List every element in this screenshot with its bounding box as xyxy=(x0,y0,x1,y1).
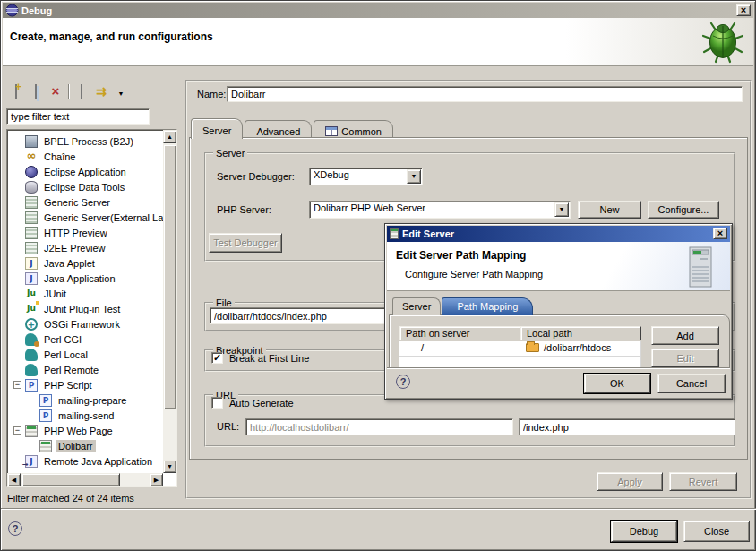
dialog-tab-label: Server xyxy=(402,301,431,312)
new-config-button[interactable]: + xyxy=(6,82,26,100)
filter-status-text: Filter matched 24 of 24 items xyxy=(7,493,134,504)
main-tab[interactable]: Server xyxy=(191,118,243,139)
tree-item[interactable]: JUnit Plug-in Test xyxy=(9,301,161,316)
tree-item-label: PHP Web Page xyxy=(41,425,116,437)
tree-item[interactable]: Java Application xyxy=(9,271,161,286)
vertical-scroll-thumb[interactable] xyxy=(163,144,176,409)
break-first-line-checkbox[interactable] xyxy=(211,352,223,364)
tree-item[interactable]: − PHP Web Page xyxy=(9,423,161,438)
edit-server-dialog: Edit Server × Edit Server Path Mapping C… xyxy=(384,223,733,400)
window-close-button[interactable]: × xyxy=(736,4,751,16)
close-button[interactable]: Close xyxy=(683,521,750,542)
tree-item[interactable]: Generic Server xyxy=(9,194,161,210)
tree-item-icon xyxy=(25,166,38,178)
tree-item-icon xyxy=(25,318,38,331)
dialog-help-icon[interactable]: ? xyxy=(396,375,410,389)
tree-item[interactable]: mailing-send xyxy=(9,408,161,423)
tree-item-icon xyxy=(25,181,38,194)
debug-button[interactable]: Debug xyxy=(611,521,677,542)
php-server-value: Dolibarr PHP Web Server xyxy=(309,201,571,219)
tree-horizontal-scrollbar[interactable]: ◀ ▶ xyxy=(7,473,163,486)
main-tab[interactable]: Common xyxy=(314,120,393,139)
local-path-text: /dolibarr/htdocs xyxy=(544,342,611,353)
tree-item-label: Java Applet xyxy=(41,257,98,270)
debug-configurations-window: Debug × Create, manage, and run configur… xyxy=(0,0,756,551)
tree-item[interactable]: OSGi Framework xyxy=(9,316,161,331)
tree-item-label: Perl CGI xyxy=(41,333,84,346)
tree-expander[interactable]: − xyxy=(13,381,21,389)
tree-item-icon xyxy=(25,257,38,270)
server-icon xyxy=(390,228,399,239)
duplicate-button[interactable] xyxy=(26,82,46,100)
tree-item[interactable]: JUnit xyxy=(9,286,161,301)
php-server-dropdown-button[interactable]: ▼ xyxy=(554,202,569,217)
url-path-input[interactable] xyxy=(519,418,735,435)
tree-item[interactable]: Dolibarr xyxy=(9,438,161,453)
dialog-title-bar[interactable]: Edit Server × xyxy=(387,226,730,242)
php-server-combo[interactable]: Dolibarr PHP Web Server ▼ xyxy=(309,201,571,219)
add-mapping-button[interactable]: Add xyxy=(651,326,719,345)
tree-item[interactable]: Perl Remote xyxy=(9,362,161,377)
column-header-local-path[interactable]: Local path xyxy=(520,326,641,340)
tree-item-label: BPEL Process (B2J) xyxy=(41,135,136,148)
tree-item-icon xyxy=(25,288,38,300)
revert-button[interactable]: Revert xyxy=(669,472,737,491)
filter-button[interactable]: ⇉ xyxy=(91,82,111,100)
cancel-button[interactable]: Cancel xyxy=(657,374,726,393)
tree-item[interactable]: BPEL Process (B2J) xyxy=(9,133,161,149)
mapping-table-row[interactable]: / /dolibarr/htdocs xyxy=(399,341,641,357)
tree-item-label: Eclipse Application xyxy=(41,166,129,178)
folder-icon xyxy=(526,343,539,352)
tree-item[interactable]: J2EE Preview xyxy=(9,240,161,255)
window-title: Debug xyxy=(21,5,52,16)
tree-item-icon xyxy=(25,227,38,239)
new-server-button[interactable]: New xyxy=(578,201,641,219)
ok-button[interactable]: OK xyxy=(584,374,650,393)
tree-item[interactable]: Remote Java Application xyxy=(9,453,161,469)
tree-item[interactable]: Eclipse Data Tools xyxy=(9,179,161,194)
tree-item[interactable]: HTTP Preview xyxy=(9,225,161,240)
server-debugger-combo[interactable]: XDebug ▼ xyxy=(309,168,423,185)
dialog-tab[interactable]: Server xyxy=(392,297,441,315)
tree-vertical-scrollbar[interactable]: ▲ ▼ xyxy=(163,130,176,473)
dialog-close-button[interactable]: × xyxy=(713,228,727,239)
tree-item[interactable]: Eclipse Application xyxy=(9,164,161,179)
tree-item-label: Remote Java Application xyxy=(41,455,155,468)
apply-button[interactable]: Apply xyxy=(597,472,663,491)
tree-item[interactable]: mailing-prepare xyxy=(9,392,161,408)
dialog-tab-bar: Server Path Mapping xyxy=(392,297,534,315)
horizontal-scroll-thumb[interactable] xyxy=(21,473,120,486)
tree-item[interactable]: Perl CGI xyxy=(9,331,161,347)
auto-generate-checkbox[interactable] xyxy=(211,397,223,409)
tree-item[interactable]: Generic Server(External La xyxy=(9,210,161,225)
test-debugger-button[interactable]: Test Debugger xyxy=(209,233,282,253)
tree-expander[interactable]: − xyxy=(13,426,21,435)
tree-item-icon xyxy=(25,135,38,148)
tree-item[interactable]: − PHP Script xyxy=(9,377,161,392)
configure-server-button[interactable]: Configure... xyxy=(648,201,719,219)
auto-generate-label: Auto Generate xyxy=(229,398,294,409)
filter-menu-arrow[interactable]: ▼ xyxy=(111,82,131,100)
dialog-heading: Edit Server Path Mapping xyxy=(396,249,526,262)
config-type-tree[interactable]: BPEL Process (B2J) Chaîne Eclipse Applic… xyxy=(6,129,177,487)
window-title-bar[interactable]: Debug × xyxy=(3,3,753,18)
help-icon[interactable]: ? xyxy=(8,521,22,536)
delete-button[interactable]: × xyxy=(46,82,65,100)
tree-item-icon xyxy=(39,394,52,407)
server-debugger-dropdown-button[interactable]: ▼ xyxy=(407,169,421,184)
config-name-input[interactable] xyxy=(227,86,743,102)
eclipse-logo-icon xyxy=(5,4,19,17)
footer-separator xyxy=(1,508,756,510)
tree-item[interactable]: Java Applet xyxy=(9,255,161,271)
tree-item-label: J2EE Preview xyxy=(41,242,107,254)
tree-item[interactable]: Chaîne xyxy=(9,149,161,164)
dialog-title: Edit Server xyxy=(402,228,454,239)
tree-item[interactable]: Perl Local xyxy=(9,347,161,362)
tree-item-icon xyxy=(25,303,38,315)
collapse-all-button[interactable]: − xyxy=(72,82,91,100)
column-header-path-on-server[interactable]: Path on server xyxy=(399,326,520,340)
main-tab[interactable]: Advanced xyxy=(245,120,312,139)
dialog-tab[interactable]: Path Mapping xyxy=(442,297,533,315)
edit-mapping-button[interactable]: Edit xyxy=(651,349,719,367)
type-filter-input[interactable] xyxy=(6,108,150,125)
